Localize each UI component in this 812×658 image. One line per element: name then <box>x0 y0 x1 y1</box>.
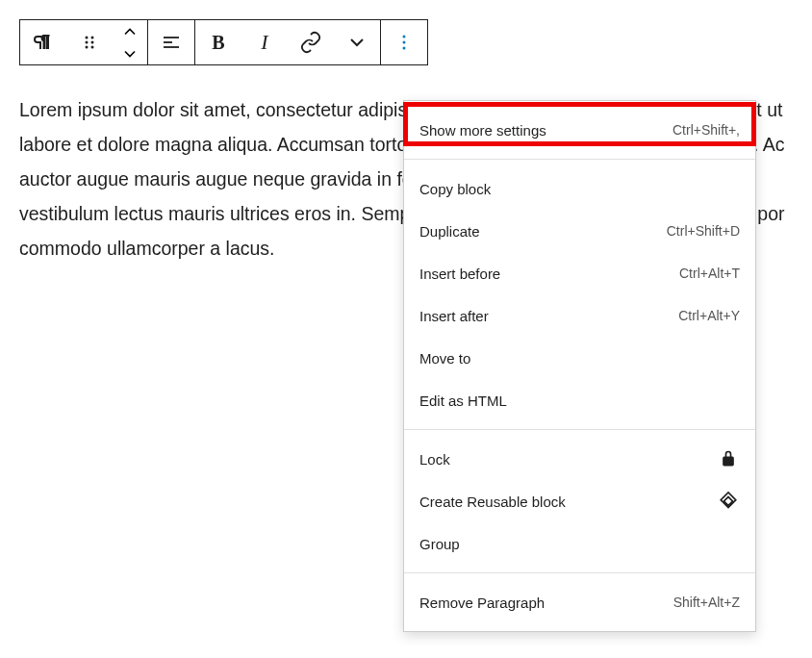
menu-label: Insert before <box>419 266 500 282</box>
svg-point-3 <box>91 41 94 44</box>
move-down-button[interactable] <box>113 42 147 64</box>
menu-show-more-settings[interactable]: Show more settings Ctrl+Shift+, <box>404 109 755 151</box>
svg-point-11 <box>403 47 406 50</box>
menu-shortcut: Ctrl+Shift+, <box>672 122 740 138</box>
block-options-dropdown: Show more settings Ctrl+Shift+, Copy blo… <box>403 100 756 285</box>
bold-button[interactable]: B <box>195 20 241 64</box>
link-button[interactable] <box>288 20 334 64</box>
align-button[interactable] <box>148 20 194 64</box>
menu-copy-block[interactable]: Copy block <box>404 167 755 210</box>
menu-duplicate[interactable]: Duplicate Ctrl+Shift+D <box>404 210 755 252</box>
drag-handle-button[interactable] <box>66 20 113 64</box>
menu-label: Duplicate <box>419 223 480 240</box>
svg-point-10 <box>403 41 406 44</box>
menu-label: Show more settings <box>419 122 546 139</box>
toolbar-group-align <box>148 20 195 64</box>
toolbar-group-block <box>20 20 148 64</box>
chevron-up-icon <box>120 22 140 41</box>
align-left-icon <box>160 31 183 54</box>
paragraph-block-button[interactable] <box>20 20 66 64</box>
more-vertical-icon <box>393 31 416 54</box>
svg-point-5 <box>91 46 94 49</box>
dropdown-group-1: Show more settings Ctrl+Shift+, <box>404 101 755 160</box>
toolbar-group-format: B I <box>195 20 381 64</box>
move-up-button[interactable] <box>113 20 147 42</box>
italic-button[interactable]: I <box>241 20 288 64</box>
dropdown-group-2: Copy block Duplicate Ctrl+Shift+D Insert… <box>404 160 755 285</box>
svg-point-9 <box>403 36 406 38</box>
pilcrow-icon <box>32 31 55 54</box>
block-toolbar: B I <box>19 19 428 65</box>
toolbar-group-more <box>381 20 427 64</box>
menu-shortcut: Ctrl+Shift+D <box>667 223 740 239</box>
drag-icon <box>78 31 101 54</box>
menu-insert-before[interactable]: Insert before Ctrl+Alt+T <box>404 252 755 285</box>
chevron-down-icon <box>345 31 368 54</box>
bold-icon: B <box>212 32 224 54</box>
more-options-button[interactable] <box>381 20 427 64</box>
menu-label: Copy block <box>419 181 491 197</box>
svg-point-0 <box>86 37 89 39</box>
italic-icon: I <box>261 30 267 55</box>
svg-point-1 <box>91 37 94 39</box>
move-buttons <box>113 20 147 64</box>
svg-point-4 <box>86 46 89 49</box>
link-icon <box>299 31 322 54</box>
svg-point-2 <box>86 41 89 44</box>
menu-shortcut: Ctrl+Alt+T <box>679 266 740 281</box>
more-format-button[interactable] <box>334 20 380 64</box>
chevron-down-icon <box>120 44 140 63</box>
